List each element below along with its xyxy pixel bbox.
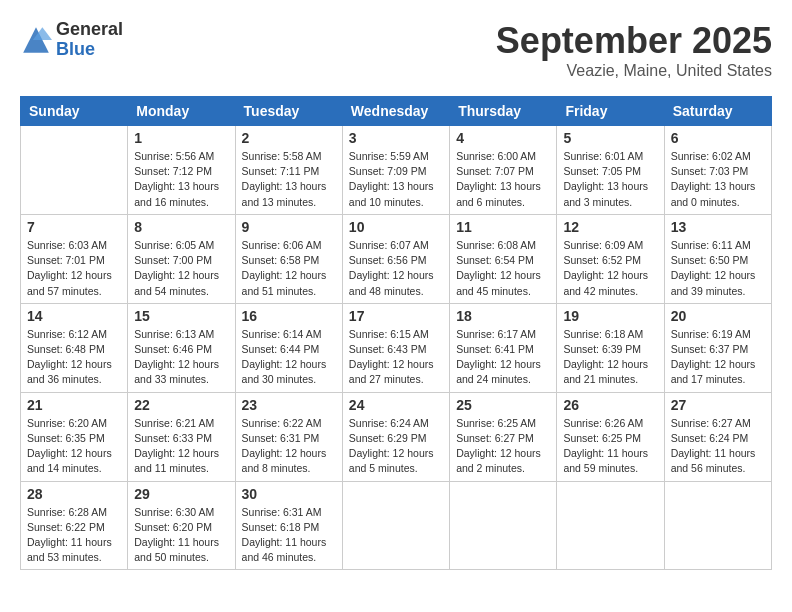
day-info: Sunrise: 6:15 AMSunset: 6:43 PMDaylight:… bbox=[349, 327, 443, 388]
table-row bbox=[342, 481, 449, 570]
logo-text: General Blue bbox=[56, 20, 123, 60]
day-number: 2 bbox=[242, 130, 336, 146]
table-row: 1Sunrise: 5:56 AMSunset: 7:12 PMDaylight… bbox=[128, 126, 235, 215]
table-row: 29Sunrise: 6:30 AMSunset: 6:20 PMDayligh… bbox=[128, 481, 235, 570]
day-number: 7 bbox=[27, 219, 121, 235]
calendar-week-row: 28Sunrise: 6:28 AMSunset: 6:22 PMDayligh… bbox=[21, 481, 772, 570]
table-row: 4Sunrise: 6:00 AMSunset: 7:07 PMDaylight… bbox=[450, 126, 557, 215]
day-number: 26 bbox=[563, 397, 657, 413]
table-row: 27Sunrise: 6:27 AMSunset: 6:24 PMDayligh… bbox=[664, 392, 771, 481]
day-info: Sunrise: 6:17 AMSunset: 6:41 PMDaylight:… bbox=[456, 327, 550, 388]
day-number: 18 bbox=[456, 308, 550, 324]
day-info: Sunrise: 6:08 AMSunset: 6:54 PMDaylight:… bbox=[456, 238, 550, 299]
day-info: Sunrise: 6:31 AMSunset: 6:18 PMDaylight:… bbox=[242, 505, 336, 566]
day-number: 25 bbox=[456, 397, 550, 413]
table-row: 7Sunrise: 6:03 AMSunset: 7:01 PMDaylight… bbox=[21, 214, 128, 303]
day-info: Sunrise: 6:12 AMSunset: 6:48 PMDaylight:… bbox=[27, 327, 121, 388]
day-number: 22 bbox=[134, 397, 228, 413]
day-number: 6 bbox=[671, 130, 765, 146]
col-friday: Friday bbox=[557, 97, 664, 126]
table-row: 24Sunrise: 6:24 AMSunset: 6:29 PMDayligh… bbox=[342, 392, 449, 481]
table-row: 25Sunrise: 6:25 AMSunset: 6:27 PMDayligh… bbox=[450, 392, 557, 481]
day-number: 8 bbox=[134, 219, 228, 235]
table-row: 12Sunrise: 6:09 AMSunset: 6:52 PMDayligh… bbox=[557, 214, 664, 303]
day-info: Sunrise: 6:27 AMSunset: 6:24 PMDaylight:… bbox=[671, 416, 765, 477]
table-row: 9Sunrise: 6:06 AMSunset: 6:58 PMDaylight… bbox=[235, 214, 342, 303]
day-info: Sunrise: 6:05 AMSunset: 7:00 PMDaylight:… bbox=[134, 238, 228, 299]
table-row: 5Sunrise: 6:01 AMSunset: 7:05 PMDaylight… bbox=[557, 126, 664, 215]
table-row: 28Sunrise: 6:28 AMSunset: 6:22 PMDayligh… bbox=[21, 481, 128, 570]
col-sunday: Sunday bbox=[21, 97, 128, 126]
day-info: Sunrise: 5:56 AMSunset: 7:12 PMDaylight:… bbox=[134, 149, 228, 210]
table-row: 10Sunrise: 6:07 AMSunset: 6:56 PMDayligh… bbox=[342, 214, 449, 303]
table-row bbox=[450, 481, 557, 570]
table-row: 3Sunrise: 5:59 AMSunset: 7:09 PMDaylight… bbox=[342, 126, 449, 215]
day-number: 20 bbox=[671, 308, 765, 324]
location: Veazie, Maine, United States bbox=[496, 62, 772, 80]
page-header: General Blue September 2025 Veazie, Main… bbox=[20, 20, 772, 80]
calendar-table: Sunday Monday Tuesday Wednesday Thursday… bbox=[20, 96, 772, 570]
day-number: 4 bbox=[456, 130, 550, 146]
day-info: Sunrise: 6:07 AMSunset: 6:56 PMDaylight:… bbox=[349, 238, 443, 299]
table-row: 30Sunrise: 6:31 AMSunset: 6:18 PMDayligh… bbox=[235, 481, 342, 570]
day-number: 27 bbox=[671, 397, 765, 413]
day-info: Sunrise: 6:30 AMSunset: 6:20 PMDaylight:… bbox=[134, 505, 228, 566]
table-row: 26Sunrise: 6:26 AMSunset: 6:25 PMDayligh… bbox=[557, 392, 664, 481]
day-number: 29 bbox=[134, 486, 228, 502]
table-row: 2Sunrise: 5:58 AMSunset: 7:11 PMDaylight… bbox=[235, 126, 342, 215]
table-row: 8Sunrise: 6:05 AMSunset: 7:00 PMDaylight… bbox=[128, 214, 235, 303]
day-info: Sunrise: 6:24 AMSunset: 6:29 PMDaylight:… bbox=[349, 416, 443, 477]
day-info: Sunrise: 6:11 AMSunset: 6:50 PMDaylight:… bbox=[671, 238, 765, 299]
col-saturday: Saturday bbox=[664, 97, 771, 126]
day-info: Sunrise: 6:21 AMSunset: 6:33 PMDaylight:… bbox=[134, 416, 228, 477]
table-row: 11Sunrise: 6:08 AMSunset: 6:54 PMDayligh… bbox=[450, 214, 557, 303]
col-wednesday: Wednesday bbox=[342, 97, 449, 126]
calendar-header-row: Sunday Monday Tuesday Wednesday Thursday… bbox=[21, 97, 772, 126]
day-info: Sunrise: 6:00 AMSunset: 7:07 PMDaylight:… bbox=[456, 149, 550, 210]
day-number: 13 bbox=[671, 219, 765, 235]
day-info: Sunrise: 6:22 AMSunset: 6:31 PMDaylight:… bbox=[242, 416, 336, 477]
table-row: 18Sunrise: 6:17 AMSunset: 6:41 PMDayligh… bbox=[450, 303, 557, 392]
calendar-week-row: 7Sunrise: 6:03 AMSunset: 7:01 PMDaylight… bbox=[21, 214, 772, 303]
day-info: Sunrise: 6:20 AMSunset: 6:35 PMDaylight:… bbox=[27, 416, 121, 477]
day-number: 11 bbox=[456, 219, 550, 235]
col-monday: Monday bbox=[128, 97, 235, 126]
day-number: 28 bbox=[27, 486, 121, 502]
table-row bbox=[664, 481, 771, 570]
day-info: Sunrise: 6:14 AMSunset: 6:44 PMDaylight:… bbox=[242, 327, 336, 388]
day-number: 9 bbox=[242, 219, 336, 235]
day-number: 1 bbox=[134, 130, 228, 146]
table-row: 19Sunrise: 6:18 AMSunset: 6:39 PMDayligh… bbox=[557, 303, 664, 392]
table-row: 14Sunrise: 6:12 AMSunset: 6:48 PMDayligh… bbox=[21, 303, 128, 392]
table-row: 16Sunrise: 6:14 AMSunset: 6:44 PMDayligh… bbox=[235, 303, 342, 392]
day-number: 14 bbox=[27, 308, 121, 324]
day-number: 12 bbox=[563, 219, 657, 235]
day-number: 16 bbox=[242, 308, 336, 324]
table-row: 21Sunrise: 6:20 AMSunset: 6:35 PMDayligh… bbox=[21, 392, 128, 481]
logo-general: General bbox=[56, 20, 123, 40]
table-row: 17Sunrise: 6:15 AMSunset: 6:43 PMDayligh… bbox=[342, 303, 449, 392]
day-info: Sunrise: 6:13 AMSunset: 6:46 PMDaylight:… bbox=[134, 327, 228, 388]
col-tuesday: Tuesday bbox=[235, 97, 342, 126]
day-info: Sunrise: 6:18 AMSunset: 6:39 PMDaylight:… bbox=[563, 327, 657, 388]
day-number: 3 bbox=[349, 130, 443, 146]
title-section: September 2025 Veazie, Maine, United Sta… bbox=[496, 20, 772, 80]
day-number: 17 bbox=[349, 308, 443, 324]
day-number: 5 bbox=[563, 130, 657, 146]
day-info: Sunrise: 6:03 AMSunset: 7:01 PMDaylight:… bbox=[27, 238, 121, 299]
day-info: Sunrise: 5:59 AMSunset: 7:09 PMDaylight:… bbox=[349, 149, 443, 210]
day-info: Sunrise: 6:26 AMSunset: 6:25 PMDaylight:… bbox=[563, 416, 657, 477]
day-info: Sunrise: 6:09 AMSunset: 6:52 PMDaylight:… bbox=[563, 238, 657, 299]
table-row: 23Sunrise: 6:22 AMSunset: 6:31 PMDayligh… bbox=[235, 392, 342, 481]
day-number: 21 bbox=[27, 397, 121, 413]
calendar-week-row: 14Sunrise: 6:12 AMSunset: 6:48 PMDayligh… bbox=[21, 303, 772, 392]
day-info: Sunrise: 5:58 AMSunset: 7:11 PMDaylight:… bbox=[242, 149, 336, 210]
table-row: 15Sunrise: 6:13 AMSunset: 6:46 PMDayligh… bbox=[128, 303, 235, 392]
day-number: 30 bbox=[242, 486, 336, 502]
day-number: 19 bbox=[563, 308, 657, 324]
day-info: Sunrise: 6:01 AMSunset: 7:05 PMDaylight:… bbox=[563, 149, 657, 210]
day-info: Sunrise: 6:28 AMSunset: 6:22 PMDaylight:… bbox=[27, 505, 121, 566]
logo: General Blue bbox=[20, 20, 123, 60]
col-thursday: Thursday bbox=[450, 97, 557, 126]
calendar-week-row: 21Sunrise: 6:20 AMSunset: 6:35 PMDayligh… bbox=[21, 392, 772, 481]
